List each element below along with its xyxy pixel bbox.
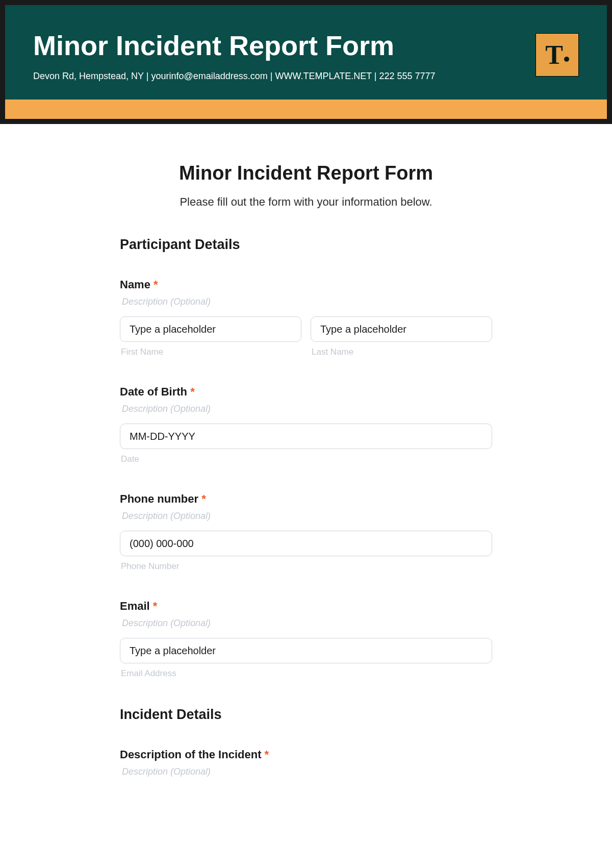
first-name-input[interactable] xyxy=(120,316,301,342)
phone-sublabel: Phone Number xyxy=(121,561,492,572)
name-description: Description (Optional) xyxy=(122,296,492,307)
header-content: Minor Incident Report Form Devon Rd, Hem… xyxy=(33,31,536,82)
phone-input[interactable] xyxy=(120,531,492,556)
logo-dot-icon xyxy=(564,57,569,62)
incident-desc-description: Description (Optional) xyxy=(122,766,492,777)
first-name-sublabel: First Name xyxy=(121,347,301,357)
header-subtitle: Devon Rd, Hempstead, NY | yourinfo@email… xyxy=(33,71,536,82)
header-title: Minor Incident Report Form xyxy=(33,31,536,61)
dob-label: Date of Birth * xyxy=(120,385,492,399)
phone-description: Description (Optional) xyxy=(122,511,492,522)
email-sublabel: Email Address xyxy=(121,668,492,679)
email-description: Description (Optional) xyxy=(122,618,492,629)
phone-wrapper: Phone Number xyxy=(120,531,492,572)
last-name-wrapper: Last Name xyxy=(311,316,492,357)
field-group-name: Name * Description (Optional) First Name… xyxy=(120,278,492,357)
section-title-participant: Participant Details xyxy=(120,237,492,253)
top-border: Minor Incident Report Form Devon Rd, Hem… xyxy=(0,0,612,119)
required-star: * xyxy=(154,278,158,291)
accent-bar xyxy=(5,100,607,119)
email-label: Email * xyxy=(120,600,492,613)
required-star: * xyxy=(153,600,158,612)
header-banner: Minor Incident Report Form Devon Rd, Hem… xyxy=(5,5,607,100)
name-label: Name * xyxy=(120,278,492,291)
last-name-input[interactable] xyxy=(311,316,492,342)
email-input[interactable] xyxy=(120,638,492,663)
last-name-sublabel: Last Name xyxy=(312,347,492,357)
email-wrapper: Email Address xyxy=(120,638,492,679)
section-title-incident: Incident Details xyxy=(120,707,492,723)
name-input-row: First Name Last Name xyxy=(120,316,492,357)
logo: T xyxy=(536,33,579,77)
dob-description: Description (Optional) xyxy=(122,404,492,414)
dob-wrapper: Date xyxy=(120,424,492,464)
field-group-dob: Date of Birth * Description (Optional) D… xyxy=(120,385,492,464)
bottom-border xyxy=(0,119,612,124)
logo-text: T xyxy=(545,40,569,70)
phone-label: Phone number * xyxy=(120,492,492,506)
field-group-phone: Phone number * Description (Optional) Ph… xyxy=(120,492,492,572)
required-star: * xyxy=(201,492,206,505)
required-star: * xyxy=(190,385,195,398)
form-container: Minor Incident Report Form Please fill o… xyxy=(99,124,513,777)
form-description: Please fill out the form with your infor… xyxy=(120,195,492,209)
field-group-email: Email * Description (Optional) Email Add… xyxy=(120,600,492,679)
dob-input[interactable] xyxy=(120,424,492,449)
required-star: * xyxy=(265,748,269,761)
form-title: Minor Incident Report Form xyxy=(120,162,492,184)
field-group-incident-desc: Description of the Incident * Descriptio… xyxy=(120,748,492,777)
incident-desc-label: Description of the Incident * xyxy=(120,748,492,761)
first-name-wrapper: First Name xyxy=(120,316,301,357)
dob-sublabel: Date xyxy=(121,454,492,464)
